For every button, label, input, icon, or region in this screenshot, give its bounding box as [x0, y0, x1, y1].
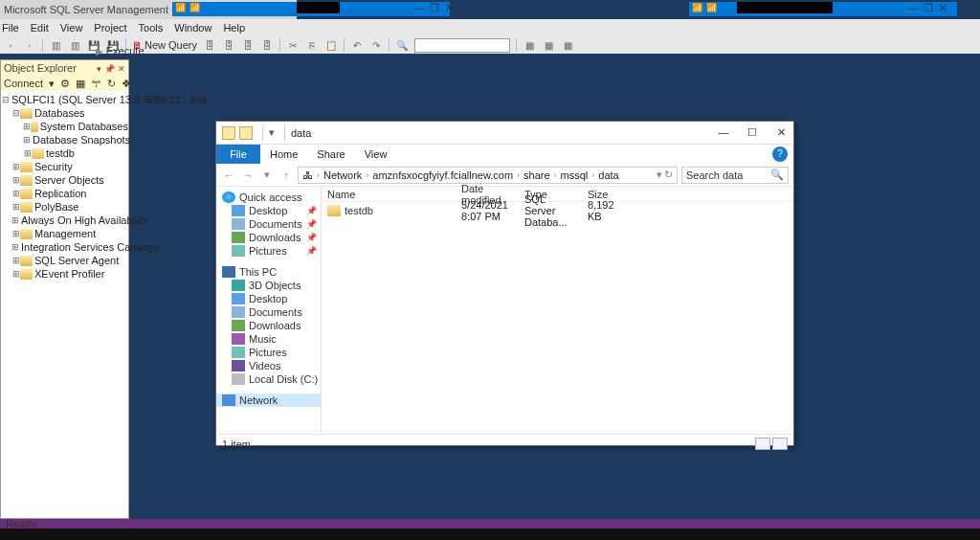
open-icon[interactable]: ▥: [68, 38, 81, 52]
music-icon: [232, 333, 245, 345]
search-box[interactable]: Search data 🔍: [681, 167, 789, 184]
view-details-button[interactable]: [755, 438, 770, 450]
menu-edit[interactable]: Edit: [31, 22, 49, 34]
filter-icon[interactable]: 🝖: [91, 78, 101, 89]
up-button[interactable]: ↑: [278, 169, 294, 181]
menu-help[interactable]: Help: [223, 22, 245, 34]
tree-management[interactable]: ⊞Management: [1, 227, 128, 240]
crumb-network[interactable]: Network: [323, 169, 362, 181]
menu-window[interactable]: Window: [174, 22, 212, 34]
forward-button[interactable]: →: [240, 169, 256, 181]
maximize-button[interactable]: ☐: [746, 126, 759, 139]
nav-documents[interactable]: Documents📌: [216, 217, 321, 231]
nav-pictures-2[interactable]: Pictures: [216, 346, 321, 359]
tree-replication[interactable]: ⊞Replication: [1, 187, 128, 200]
connect-button[interactable]: Connect: [4, 78, 43, 89]
nav-documents-2[interactable]: Documents: [216, 305, 321, 319]
view-large-button[interactable]: [772, 438, 788, 450]
file-row[interactable]: testdb 5/24/2021 8:07 PM SQL Server Data…: [322, 202, 793, 218]
menu-project[interactable]: Project: [94, 22, 126, 34]
find-icon[interactable]: 🔍: [395, 38, 409, 52]
nav-downloads[interactable]: Downloads📌: [216, 231, 321, 244]
quick-launch-input[interactable]: [414, 38, 510, 53]
remote-bar-1-winbuttons[interactable]: —❐✕: [413, 2, 454, 14]
db-icon[interactable]: 🗄: [241, 38, 255, 52]
windows-taskbar[interactable]: [0, 529, 980, 540]
tree-server-objects[interactable]: ⊞Server Objects: [1, 173, 128, 187]
help-icon[interactable]: ?: [772, 146, 788, 162]
crumb-share[interactable]: share: [523, 169, 550, 181]
nav-network[interactable]: Network: [216, 394, 321, 407]
ribbon-file[interactable]: File: [216, 145, 260, 164]
new-icon[interactable]: ▥: [49, 38, 62, 52]
nav-quick-access[interactable]: Quick access: [216, 191, 321, 204]
crumb-data[interactable]: data: [598, 169, 618, 181]
outer-winbuttons[interactable]: ❐✕: [961, 2, 980, 14]
nav-pictures[interactable]: Pictures📌: [216, 244, 321, 258]
dropdown-icon[interactable]: ▾: [97, 64, 101, 74]
close-button[interactable]: ✕: [774, 126, 788, 139]
panel-controls[interactable]: ▾ 📌 ✕: [97, 62, 125, 74]
ribbon-home[interactable]: Home: [260, 148, 307, 160]
cut-icon[interactable]: ✂: [286, 38, 300, 52]
ribbon-share[interactable]: Share: [307, 148, 354, 160]
close-icon[interactable]: ✕: [118, 64, 125, 74]
tree-databases[interactable]: ⊟Databases: [1, 106, 128, 120]
tree-system-databases[interactable]: ⊞System Databases: [1, 120, 128, 133]
menu-tools[interactable]: Tools: [139, 22, 164, 34]
tree-testdb[interactable]: ⊞testdb: [1, 146, 128, 160]
nav-fwd-icon[interactable]: ◦: [23, 38, 36, 52]
nav-desktop[interactable]: Desktop📌: [216, 204, 321, 217]
tool-icon[interactable]: ▦: [542, 38, 555, 52]
crumb-mssql[interactable]: mssql: [561, 169, 589, 181]
back-button[interactable]: ←: [221, 169, 236, 181]
menu-file[interactable]: File: [2, 22, 19, 34]
tool-icon[interactable]: ▦: [561, 38, 574, 52]
tree-xevent[interactable]: ⊞XEvent Profiler: [1, 267, 128, 281]
nav-local-disk[interactable]: Local Disk (C:): [216, 372, 321, 386]
pin-icon[interactable]: 📌: [104, 64, 115, 74]
tree-isc[interactable]: ⊞Integration Services Catalogs: [1, 240, 128, 254]
minimize-button[interactable]: —: [717, 126, 730, 139]
nav-3d-objects[interactable]: 3D Objects: [216, 279, 321, 292]
tool-icon[interactable]: ▦: [76, 78, 85, 90]
menu-view[interactable]: View: [60, 22, 83, 34]
tree-polybase[interactable]: ⊞PolyBase: [1, 200, 128, 214]
ribbon-view[interactable]: View: [355, 148, 397, 160]
execute-button[interactable]: ▶ Execute: [96, 45, 145, 56]
explorer-titlebar[interactable]: ▾ data — ☐ ✕: [216, 122, 793, 145]
tool-icon[interactable]: ▦: [523, 38, 536, 52]
nav-videos[interactable]: Videos: [216, 359, 321, 372]
refresh-icon[interactable]: ↻: [107, 78, 116, 90]
tool-icon[interactable]: ❖: [122, 78, 131, 90]
remote-bar-2-icons: 📶 📶: [692, 3, 716, 12]
dropdown-icon[interactable]: ▾: [49, 78, 55, 90]
redo-icon[interactable]: ↷: [369, 38, 383, 52]
history-dropdown-icon[interactable]: ▾: [657, 169, 662, 181]
nav-downloads-2[interactable]: Downloads: [216, 319, 321, 332]
nav-back-icon[interactable]: ◦: [4, 38, 17, 52]
tree-agent[interactable]: ⊞SQL Server Agent: [1, 254, 128, 267]
nav-music[interactable]: Music: [216, 332, 321, 346]
qat-dropdown-icon[interactable]: ▾: [269, 126, 275, 139]
undo-icon[interactable]: ↶: [350, 38, 364, 52]
tree-security[interactable]: ⊞Security: [1, 160, 128, 173]
address-bar[interactable]: 🖧 › Network› amznfsxocgfyiyf.fciallnew.c…: [298, 167, 678, 184]
nav-this-pc[interactable]: This PC: [216, 265, 321, 279]
nav-desktop-2[interactable]: Desktop: [216, 292, 321, 305]
db-icon[interactable]: 🗄: [260, 38, 274, 52]
view-switcher: [755, 438, 788, 450]
tree-server[interactable]: ⊟SQLFCI1 (SQL Server 13.0.5888.11 - fcia: [1, 93, 128, 106]
recent-dropdown[interactable]: ▾: [259, 169, 275, 181]
db-icon[interactable]: 🗄: [203, 38, 216, 52]
remote-bar-2-winbuttons[interactable]: —❐✕: [907, 2, 947, 14]
db-icon[interactable]: 🗄: [222, 38, 235, 52]
copy-icon[interactable]: ⎘: [305, 38, 319, 52]
tree-aoha[interactable]: ⊞Always On High Availability: [1, 214, 128, 227]
tool-icon[interactable]: ⚙: [60, 78, 70, 90]
paste-icon[interactable]: 📋: [324, 38, 338, 52]
refresh-icon[interactable]: ↻: [664, 169, 673, 181]
col-name[interactable]: Name: [322, 187, 456, 201]
tree-snapshots[interactable]: ⊞Database Snapshots: [1, 133, 128, 146]
crumb-host[interactable]: amznfsxocgfyiyf.fciallnew.com: [372, 169, 513, 181]
